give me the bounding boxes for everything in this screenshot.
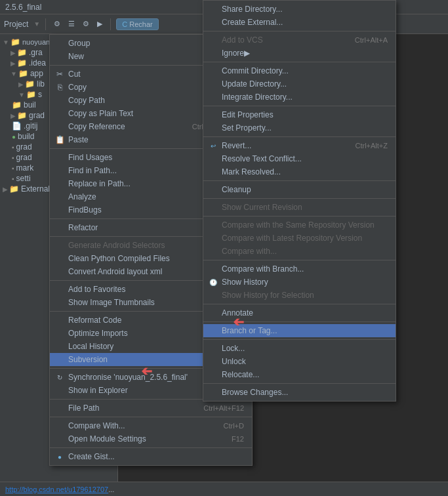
menu-unlock[interactable]: Unlock <box>203 355 396 368</box>
toolbar-separator-2 <box>110 18 111 30</box>
menu-compare-latest-repo: Compare with Latest Repository Version <box>203 232 396 245</box>
menu-lock[interactable]: Lock... <box>203 342 396 355</box>
menu-cleanup[interactable]: Cleanup <box>203 183 396 196</box>
menu-commit-dir[interactable]: Commit Directory... <box>203 64 396 77</box>
rsep-4 <box>203 136 396 137</box>
settings-btn-1[interactable]: ⚙ <box>51 18 63 30</box>
status-url: http://blog.csdn.net/u179612707 <box>5 486 108 493</box>
rsep-9 <box>203 304 396 304</box>
rsep-3 <box>203 106 396 106</box>
separator-10 <box>50 447 252 448</box>
menu-show-history-selection: Show History for Selection <box>203 289 396 302</box>
rsep-2 <box>203 62 396 62</box>
menu-module-settings[interactable]: Open Module Settings F12 <box>50 432 252 445</box>
menu-add-vcs: Add to VCS Ctrl+Alt+A <box>203 33 396 47</box>
cut-icon: ✂ <box>54 70 66 79</box>
rsep-11 <box>203 339 396 340</box>
rsep-12 <box>203 383 396 384</box>
menu-share-dir[interactable]: Share Directory... <box>203 3 396 16</box>
rsep-6 <box>203 198 396 199</box>
gist-icon: ● <box>54 453 66 461</box>
menu-update-dir[interactable]: Update Directory... <box>203 77 396 91</box>
menu-create-gist[interactable]: ● Create Gist... <box>50 450 252 463</box>
toolbar-separator-1 <box>45 18 46 30</box>
status-extra: ... <box>108 486 114 493</box>
dropdown-arrow: ▼ <box>33 20 40 28</box>
menu-resolve-conflict[interactable]: Resolve Text Conflict... <box>203 152 396 165</box>
rsep-8 <box>203 260 396 260</box>
menu-compare-with-right: Compare with... <box>203 245 396 258</box>
copy-icon: ⎘ <box>54 83 66 92</box>
submenu-arrow-ignore: ▶ <box>244 49 250 58</box>
sync-icon: ↻ <box>54 374 66 381</box>
menu-revert[interactable]: ↩ Revert... Ctrl+Alt+Z <box>203 139 396 152</box>
menu-annotate[interactable]: Annotate <box>203 306 396 320</box>
menu-create-external[interactable]: Create External... <box>203 16 396 29</box>
menu-mark-resolved[interactable]: Mark Resolved... <box>203 165 396 178</box>
menu-compare-with[interactable]: Compare With... Ctrl+D <box>50 419 252 432</box>
menu-ignore[interactable]: Ignore ▶ <box>203 47 396 60</box>
rsep-10 <box>203 321 396 322</box>
separator-9 <box>50 417 252 417</box>
menu-branch-tag[interactable]: Branch or Tag... <box>203 324 396 337</box>
settings-btn-4[interactable]: ▶ <box>94 18 105 30</box>
menu-show-current-rev: Show Current Revision <box>203 201 396 214</box>
settings-btn-2[interactable]: ☰ <box>66 18 77 30</box>
project-label: Project <box>4 20 28 29</box>
context-menu-right[interactable]: Share Directory... Create External... Ad… <box>203 0 396 402</box>
rsep-5 <box>203 180 396 181</box>
title-text: 2.5.6_final <box>5 3 41 12</box>
revert-icon: ↩ <box>207 142 219 150</box>
paste-icon: 📋 <box>54 135 66 144</box>
menu-edit-props[interactable]: Edit Properties <box>203 108 396 121</box>
menu-set-prop[interactable]: Set Property... <box>203 121 396 134</box>
menu-browse-changes[interactable]: Browse Changes... <box>203 386 396 399</box>
status-bar: http://blog.csdn.net/u179612707 ... <box>0 482 448 496</box>
menu-file-path[interactable]: File Path Ctrl+Alt+F12 <box>50 402 252 415</box>
menu-relocate[interactable]: Relocate... <box>203 368 396 381</box>
menu-compare-branch[interactable]: Compare with Branch... <box>203 262 396 276</box>
menu-integrate-dir[interactable]: Integrate Directory... <box>203 91 396 104</box>
history-icon: 🕐 <box>207 279 219 286</box>
rsep-7 <box>203 216 396 217</box>
settings-btn-3[interactable]: ⚙ <box>80 18 92 30</box>
rsep-1 <box>203 31 396 31</box>
menu-show-history[interactable]: 🕐 Show History <box>203 276 396 289</box>
menu-compare-same-repo: Compare with the Same Repository Version <box>203 218 396 232</box>
rechar-button[interactable]: C Rechar <box>116 18 158 30</box>
